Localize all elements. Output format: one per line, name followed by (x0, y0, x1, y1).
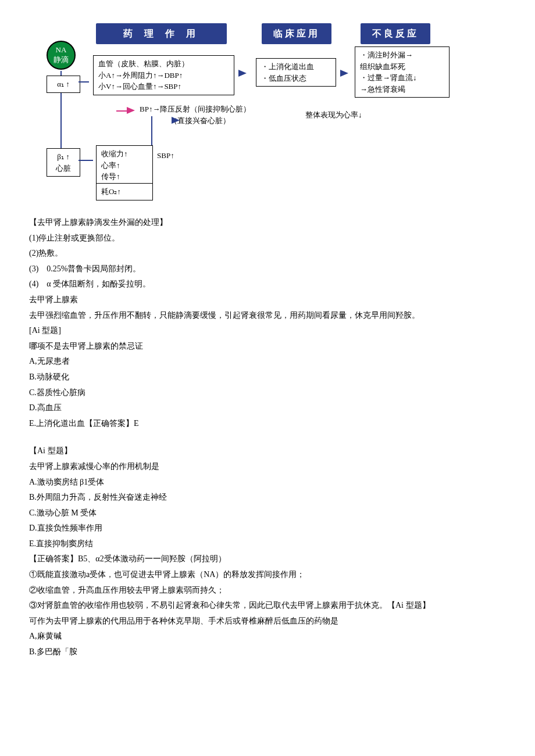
alpha-receptor-box: α₁ ↑ (47, 76, 80, 93)
header-adverse: 不良反应 (361, 23, 430, 44)
header-pharmacology: 药 理 作 用 (96, 23, 227, 44)
question-2-stem: 去甲肾上腺素减慢心率的作用机制是 (29, 459, 506, 475)
q1-option-a: A,无尿患者 (29, 354, 506, 370)
question-type-2: 【Ai 型题】 (29, 443, 506, 459)
q1-option-c: C.器质性心脏病 (29, 385, 506, 401)
question-1-stem: 哪项不是去甲肾上腺素的禁忌证 (29, 339, 506, 354)
header-clinical: 临床应用 (262, 23, 331, 44)
q3-option-b: B.多巴酚「胺 (29, 644, 506, 660)
drug-name: 去甲肾上腺素 (29, 292, 506, 308)
beta-receptor-box: β₁ ↑ 心脏 (47, 148, 80, 177)
q2-option-a: Α.激动窦房结 β1受体 (29, 475, 506, 490)
bp-reflex-text: BP↑→降压反射（间接抑制心脏） （直接兴奋心脏） (140, 103, 251, 126)
q2-option-e: E.直接抑制窦房结 (29, 536, 506, 552)
drug-mnemonic: 去甲强烈缩血管，升压作用不翻转，只能静滴要缓慢，引起肾衰很常见，用药期间看尿量，… (29, 308, 506, 324)
clinical-use-box: ・上消化道出血 ・低血压状态 (256, 58, 336, 87)
q1-option-d: D.高血压 (29, 400, 506, 416)
q1-option-e-answer: E.上消化道出血【正确答案】E (29, 416, 506, 432)
q2-option-d: D.直接负性频率作用 (29, 521, 506, 536)
metaraminol-point-3: ③对肾脏血管的收缩作用也较弱，不易引起肾衰和心律失常，因此已取代去甲肾上腺素用于… (29, 598, 506, 614)
na-drip-circle: NA 静滴 (47, 41, 76, 70)
q2-option-c: C.激动心脏 M 受体 (29, 506, 506, 521)
pharmacology-diagram: 药 理 作 用 临床应用 不良反应 NA 静滴 α₁ ↑ 血管（皮肤、粘膜、内脏… (47, 23, 465, 209)
leak-step-2: (2)热敷。 (29, 246, 506, 261)
metaraminol-point-1: ①既能直接激动a受体，也可促进去甲肾上腺素（NA）的释放发挥间接作用； (29, 567, 506, 583)
heart-o2-box: 耗O₂↑ (96, 183, 153, 200)
leak-step-4: (4) α 受体阻断剂，如酚妥拉明。 (29, 277, 506, 292)
metaraminol-point-2: ②收缩血管，升高血压作用较去甲肾上腺素弱而持久； (29, 583, 506, 599)
q3-option-a: A,麻黄碱 (29, 629, 506, 644)
q1-option-b: B.动脉硬化 (29, 370, 506, 385)
adverse-reaction-box: ・滴注时外漏→ 组织缺血坏死 ・过量→肾血流↓ →急性肾衰竭 (355, 46, 450, 98)
leak-step-3: (3) 0.25%普鲁卡因局部封闭。 (29, 261, 506, 277)
leak-step-1: (1)停止注射或更换部位。 (29, 231, 506, 246)
heart-sbp-text: SBP↑ (157, 150, 174, 162)
blank-line (29, 431, 506, 443)
q2-option-b: B.外周阻力升高，反射性兴奋迷走神经 (29, 490, 506, 506)
q2-answer-and-section5: 【正确答案】B5、α2受体激动药一一间羟胺（阿拉明） (29, 551, 506, 567)
question-3-stem: 可作为去甲肾上腺素的代用品用于各种休克早期、手术后或脊椎麻醉后低血压的药物是 (29, 614, 506, 629)
question-type-1: [Ai 型题] (29, 323, 506, 339)
vessel-effects-box: 血管（皮肤、粘膜、内脏） 小A↑→外周阻力↑→DBP↑ 小V↑→回心血量↑→SB… (93, 55, 234, 95)
heart-contraction-box: 收缩力↑ 心率↑ 传导↑ (96, 145, 153, 185)
leak-handling-title: 【去甲肾上腺素静滴发生外漏的处理】 (29, 215, 506, 231)
heart-rate-result: 整体表现为心率↓ (305, 109, 362, 121)
